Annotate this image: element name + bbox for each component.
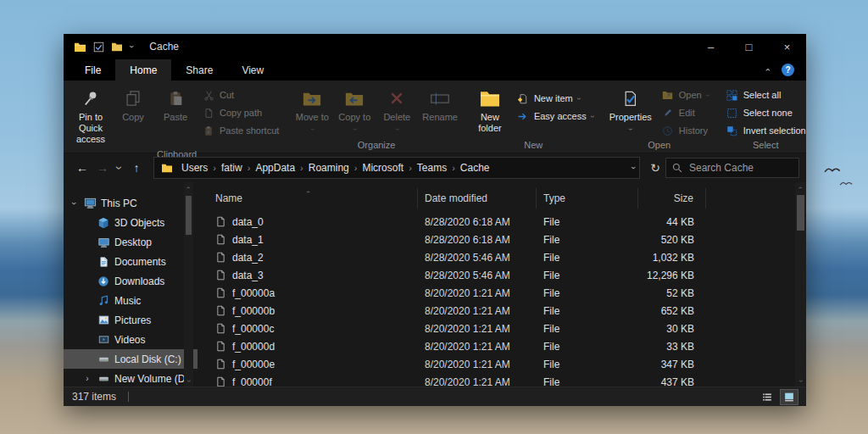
sidebar-item-new-volume-d[interactable]: ›New Volume (D: [64,369,198,388]
sidebar-item-3d-objects[interactable]: 3D Objects [64,213,198,232]
thumbnails-view-button[interactable] [781,390,798,404]
move-to-button[interactable]: Move to › [292,84,332,135]
search-box [665,158,799,178]
select-all-button[interactable]: Select all [721,87,810,103]
copy-to-button[interactable]: Copy to › [334,84,375,135]
file-size: 437 KB [638,376,706,387]
tab-file[interactable]: File [70,59,115,81]
sidebar-item-downloads[interactable]: Downloads [64,271,198,291]
pin-to-quick-access-button[interactable]: Pin to Quick access [70,84,111,147]
qat-dropdown-icon[interactable]: › [127,45,136,47]
file-type: File [537,323,638,335]
table-row[interactable]: f_00000c8/20/2020 1:21 AMFile30 KB [198,320,794,337]
select-none-button[interactable]: Select none [721,105,810,120]
table-row[interactable]: f_00000e8/20/2020 1:21 AMFile347 KB [198,355,794,373]
forward-button[interactable]: → [92,161,113,175]
table-row[interactable]: data_28/28/2020 5:46 AMFile1,032 KB [198,248,794,266]
sidebar-item-music[interactable]: Music [64,291,198,310]
cut-button[interactable]: Cut [198,87,283,103]
maximize-button[interactable]: □ [730,34,768,59]
table-row[interactable]: f_00000d8/20/2020 1:21 AMFile33 KB [198,337,794,355]
paste-icon [168,87,183,109]
back-button[interactable]: ← [72,161,92,175]
properties-button[interactable]: Properties › [606,84,655,135]
file-type: File [537,270,638,281]
scrollbar-thumb[interactable] [797,195,804,231]
paste-shortcut-icon [202,124,215,137]
table-row[interactable]: f_00000a8/20/2020 1:21 AMFile52 KB [198,284,794,302]
recent-locations-icon[interactable]: › [114,161,125,175]
column-header-size[interactable]: Size [638,188,706,209]
scroll-up-icon[interactable]: › [795,186,806,189]
breadcrumb-item[interactable]: Teams [414,162,450,174]
breadcrumb-item[interactable]: Microsoft [359,162,407,174]
sidebar-scrollbar[interactable]: › › [184,182,193,387]
file-name: data_2 [232,252,264,264]
address-bar[interactable]: Users›fatiw›AppData›Roaming›Microsoft›Te… [153,157,640,179]
paste-shortcut-button[interactable]: Paste shortcut [198,123,283,138]
scroll-up-icon[interactable]: › [183,186,194,189]
qat-new-folder-button[interactable] [109,40,125,53]
column-header-type[interactable]: Type [537,188,638,209]
sidebar-item-videos[interactable]: Videos [64,330,198,349]
table-row[interactable]: data_38/28/2020 5:46 AMFile12,296 KB [198,266,794,284]
file-icon [215,234,227,246]
minimize-button[interactable]: – [692,34,730,59]
breadcrumb-item[interactable]: fatiw [218,162,246,174]
history-button[interactable]: History [657,123,713,138]
easy-access-button[interactable]: Easy access › [512,108,598,124]
column-header-name[interactable]: › Name [198,188,418,209]
sidebar-item-this-pc[interactable]: ›This PC [64,193,198,213]
expander-chevron-icon[interactable]: › [82,375,92,383]
expander-chevron-icon[interactable]: › [70,198,78,209]
file-date-modified: 8/28/2020 5:46 AM [418,270,537,281]
breadcrumb-item[interactable]: Cache [457,162,493,174]
open-button[interactable]: Open › [657,87,713,103]
breadcrumb-item[interactable]: Roaming [305,162,353,174]
scroll-down-icon[interactable]: › [183,380,194,382]
file-list-pane: › Name Date modified Type Size data_08/2… [198,182,806,387]
sidebar-item-pictures[interactable]: Pictures [64,310,198,330]
refresh-icon[interactable]: ↻ [645,161,665,175]
scrollbar-thumb[interactable] [186,196,192,235]
tab-view[interactable]: View [227,59,278,81]
breadcrumb: Users›fatiw›AppData›Roaming›Microsoft›Te… [178,162,493,174]
rename-button[interactable]: Rename [419,84,461,125]
sort-ascending-icon: › [303,191,311,193]
copy-to-icon [344,87,364,109]
table-row[interactable]: data_18/28/2020 6:18 AMFile520 KB [198,231,794,248]
breadcrumb-item[interactable]: Users [178,162,211,174]
sidebar-item-documents[interactable]: Documents [64,252,198,271]
details-view-button[interactable] [759,390,776,404]
file-icon [215,323,227,335]
close-button[interactable]: × [768,34,806,59]
collapse-ribbon-icon[interactable]: › [764,69,773,72]
search-input[interactable] [687,161,793,175]
sidebar-item-local-disk-c[interactable]: Local Disk (C:) [64,349,198,369]
new-folder-button[interactable]: New folder [470,84,510,136]
delete-button[interactable]: Delete › [376,84,417,135]
table-row[interactable]: data_08/28/2020 6:18 AMFile44 KB [198,213,794,231]
up-button[interactable]: ↑ [126,161,147,175]
paste-button[interactable]: Paste [155,84,196,125]
help-button[interactable]: ? [782,64,794,76]
copy-button[interactable]: Copy [113,84,153,125]
open-folder-icon [661,88,675,102]
copy-path-button[interactable]: Copy path [198,105,283,120]
qat-properties-button[interactable] [91,40,106,53]
table-row[interactable]: f_00000f8/20/2020 1:21 AMFile437 KB [198,373,794,387]
tab-home[interactable]: Home [115,59,171,81]
scroll-down-icon[interactable]: › [795,380,806,382]
address-dropdown-icon[interactable]: › [628,166,637,169]
file-type: File [537,359,638,370]
table-row[interactable]: f_00000b8/20/2020 1:21 AMFile652 KB [198,302,794,320]
new-item-button[interactable]: New item › [512,91,598,106]
column-header-date-modified[interactable]: Date modified [418,188,537,209]
sidebar-item-desktop[interactable]: Desktop [64,232,198,252]
tab-share[interactable]: Share [171,59,227,81]
edit-button[interactable]: Edit [657,105,713,120]
breadcrumb-item[interactable]: AppData [252,162,298,174]
list-scrollbar[interactable]: › › [795,182,806,387]
invert-selection-button[interactable]: Invert selection [721,123,810,138]
file-size: 520 KB [638,234,706,246]
